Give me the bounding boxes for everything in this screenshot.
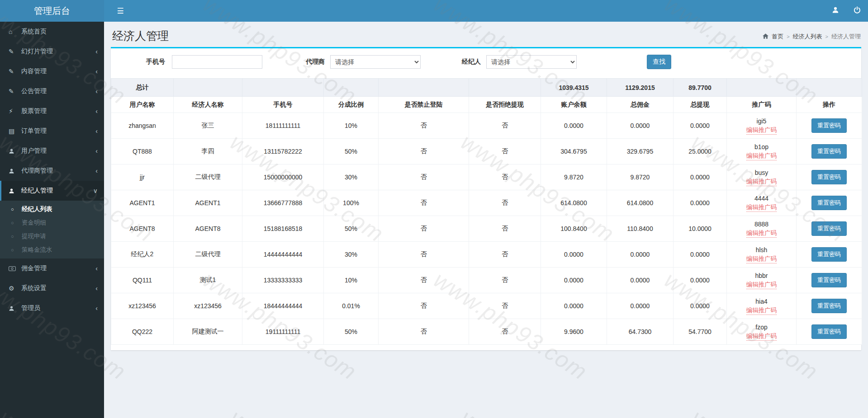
agent-select[interactable]: 请选择 (330, 55, 421, 69)
cell-refuse-withdraw: 否 (469, 242, 541, 268)
cell-promo: hlsh 编辑推广码 (727, 242, 797, 268)
cell-commission: 9.8720 (607, 164, 674, 190)
cell-forbid-login: 否 (379, 216, 469, 242)
edit-promo-link[interactable]: 编辑推广码 (746, 177, 777, 186)
cell-balance: 100.8400 (541, 216, 607, 242)
sidebar-item-slides[interactable]: ✎幻灯片管理‹ (0, 42, 104, 61)
reset-password-button[interactable]: 重置密码 (811, 118, 847, 133)
edit-promo-link[interactable]: 编辑推广码 (746, 126, 777, 135)
chevron-left-icon: ‹ (95, 68, 98, 75)
broker-table: 总计 1039.4315 1129.2015 89.7700 用户名称经济人名称… (111, 78, 862, 345)
sidebar-item-users[interactable]: 用户管理‹ (0, 141, 104, 161)
promo-code: fzop (727, 323, 796, 332)
sidebar-item-orders[interactable]: ▤订单管理‹ (0, 121, 104, 141)
sidebar-item-notice[interactable]: ✎公告管理‹ (0, 81, 104, 101)
column-header: 操作 (797, 97, 862, 113)
chevron-left-icon: ‹ (95, 147, 98, 155)
sidebar-item-agents[interactable]: 代理商管理‹ (0, 161, 104, 181)
top-navbar: 管理后台 ☰ (0, 0, 868, 22)
cell-ratio: 50% (324, 319, 379, 345)
sidebar-item-content[interactable]: ✎内容管理‹ (0, 61, 104, 81)
edit-promo-link[interactable]: 编辑推广码 (746, 306, 777, 315)
cell-balance: 614.0800 (541, 190, 607, 216)
sidebar-item-settings[interactable]: ⚙系统设置‹ (0, 278, 104, 298)
totals-label: 总计 (111, 79, 174, 97)
reset-password-button[interactable]: 重置密码 (811, 247, 847, 262)
reset-password-button[interactable]: 重置密码 (811, 170, 847, 184)
broker-select[interactable]: 请选择 (486, 55, 577, 69)
cell-ratio: 50% (324, 216, 379, 242)
circle-icon: ○ (11, 220, 22, 225)
cell-phone: 13115782222 (242, 139, 324, 164)
edit-promo-link[interactable]: 编辑推广码 (746, 332, 777, 341)
cell-balance: 9.8720 (541, 164, 607, 190)
breadcrumb-broker-list[interactable]: 经济人列表 (793, 33, 822, 41)
cell-phone: 13666777888 (242, 190, 324, 216)
edit-promo-link[interactable]: 编辑推广码 (746, 254, 777, 263)
cell-commission: 614.0800 (607, 190, 674, 216)
main-content: 经济人管理 首页 > 经济人列表 > 经济人管理 手机号 代理商 请选择 经纪人… (104, 22, 868, 418)
column-header: 是否禁止登陆 (379, 97, 469, 113)
sidebar-item-home[interactable]: ⌂系统首页 (0, 22, 104, 42)
bolt-icon: ⚡ (9, 108, 21, 115)
reset-password-button[interactable]: 重置密码 (811, 196, 847, 210)
reset-password-button[interactable]: 重置密码 (811, 221, 847, 236)
app-logo[interactable]: 管理后台 (0, 0, 104, 22)
sidebar-toggle-button[interactable]: ☰ (111, 0, 130, 22)
column-header: 分成比例 (324, 97, 379, 113)
sidebar-item-stock[interactable]: ⚡股票管理‹ (0, 101, 104, 121)
cell-ratio: 50% (324, 139, 379, 164)
cell-ratio: 10% (324, 113, 379, 139)
sidebar-item-label: 代理商管理 (21, 167, 95, 175)
cell-phone: 15188168518 (242, 216, 324, 242)
filter-bar: 手机号 代理商 请选择 经纪人 请选择 查找 (111, 48, 861, 75)
phone-label: 手机号 (146, 58, 165, 66)
cell-actions: 重置密码 (797, 139, 862, 164)
sidebar-subitem-withdraw-apply[interactable]: ○提现申请 (0, 230, 104, 243)
chevron-left-icon: ‹ (95, 88, 98, 95)
cell-refuse-withdraw: 否 (469, 319, 541, 345)
sidebar-subitem-label: 提现申请 (22, 232, 46, 240)
search-button[interactable]: 查找 (647, 55, 671, 69)
cell-ratio: 10% (324, 268, 379, 293)
promo-code: 4444 (727, 194, 796, 203)
cell-promo: fzop 编辑推广码 (727, 319, 797, 345)
edit-promo-link[interactable]: 编辑推广码 (746, 280, 777, 289)
table-row: 经纪人2 二级代理 14444444444 30% 否 否 0.0000 0.0… (111, 242, 862, 268)
sidebar-subitem-strategy-flow[interactable]: ○策略金流水 (0, 243, 104, 257)
cell-commission: 0.0000 (607, 242, 674, 268)
cell-username: zhangsan (111, 113, 174, 139)
cell-promo: busy 编辑推广码 (727, 164, 797, 190)
logout-button[interactable] (846, 0, 868, 22)
cell-promo: igi5 编辑推广码 (727, 113, 797, 139)
cell-username: 经纪人2 (111, 242, 174, 268)
sidebar-subitem-fund-detail[interactable]: ○资金明细 (0, 216, 104, 230)
cell-commission: 110.8400 (607, 216, 674, 242)
edit-icon: ✎ (9, 48, 21, 55)
power-icon (854, 6, 861, 15)
cell-promo: 4444 编辑推广码 (727, 190, 797, 216)
column-header: 总提现 (674, 97, 727, 113)
user-icon (9, 188, 21, 194)
cell-broker-name: 二级代理 (174, 242, 242, 268)
edit-promo-link[interactable]: 编辑推广码 (746, 151, 777, 160)
reset-password-button[interactable]: 重置密码 (811, 324, 847, 339)
sidebar-item-commission[interactable]: 佣金管理‹ (0, 258, 104, 278)
edit-promo-link[interactable]: 编辑推广码 (746, 203, 777, 212)
reset-password-button[interactable]: 重置密码 (811, 273, 847, 287)
reset-password-button[interactable]: 重置密码 (811, 144, 847, 159)
sidebar-item-label: 内容管理 (21, 67, 95, 75)
sidebar-item-brokers[interactable]: 经纪人管理∨ (0, 181, 104, 201)
sidebar-subitem-broker-list[interactable]: ○经纪人列表 (0, 202, 104, 216)
cell-username: QT888 (111, 139, 174, 164)
sidebar-item-admin[interactable]: 管理员‹ (0, 298, 104, 318)
user-menu-button[interactable] (825, 0, 846, 22)
breadcrumb-home[interactable]: 首页 (772, 33, 783, 41)
promo-code: hbbr (727, 272, 796, 280)
cell-refuse-withdraw: 否 (469, 216, 541, 242)
reset-password-button[interactable]: 重置密码 (811, 299, 847, 313)
cell-phone: 14444444444 (242, 242, 324, 268)
phone-input[interactable] (172, 55, 262, 69)
edit-promo-link[interactable]: 编辑推广码 (746, 229, 777, 238)
totals-commission: 1129.2015 (607, 79, 674, 97)
